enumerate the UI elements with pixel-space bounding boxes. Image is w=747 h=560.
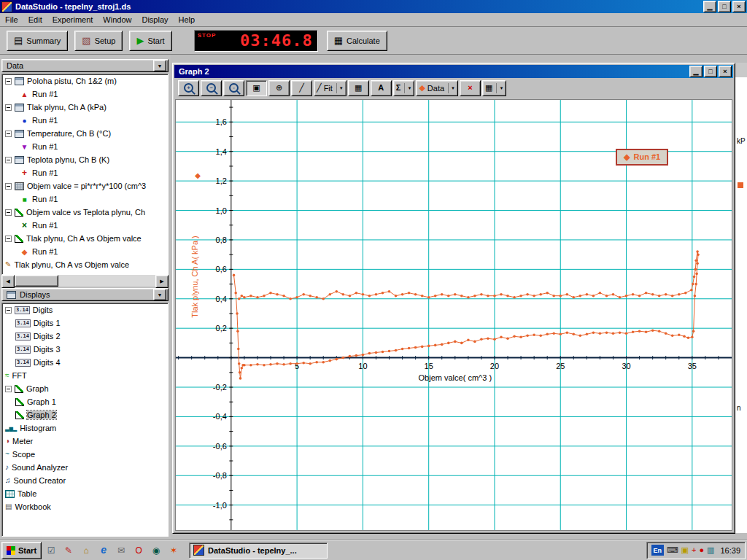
display-item-row[interactable]: 3.14Digits <box>2 303 168 316</box>
run-row[interactable]: ●Run #1 <box>2 114 168 127</box>
quick-launch-icon-4[interactable]: e <box>96 542 112 558</box>
close-button[interactable]: × <box>732 1 746 12</box>
run-row[interactable]: ▼Run #1 <box>2 140 168 153</box>
menu-help[interactable]: Help <box>174 13 201 26</box>
display-item-row[interactable]: 3.14Digits 4 <box>2 356 168 369</box>
expander-icon[interactable] <box>5 131 12 137</box>
tray-icon-2[interactable]: ▣ <box>681 546 689 554</box>
scale-to-fit-button[interactable]: ▣ <box>246 80 267 96</box>
tray-icon-4[interactable]: ● <box>699 546 704 554</box>
window-titlebar[interactable]: DataStudio - tepelny_stroj1.ds ▁ □ × <box>0 0 747 13</box>
quick-launch-icon-7[interactable]: ◉ <box>148 542 164 559</box>
expander-icon[interactable] <box>5 236 12 242</box>
display-item-row[interactable]: ♫Sound Creator <box>2 474 168 487</box>
display-item-row[interactable]: ◑Meter <box>2 435 168 448</box>
plot-area[interactable]: 1,61,41,21,00,80,60,40,2-0,2-0,4-0,6-0,8… <box>175 99 732 531</box>
menu-file[interactable]: File <box>0 13 23 26</box>
display-item-row[interactable]: Table <box>2 487 168 500</box>
data-panel-dropdown-button[interactable]: ▼ <box>153 60 166 71</box>
setup-button[interactable]: ▧ Setup <box>74 31 123 51</box>
expander-icon[interactable] <box>5 157 12 163</box>
calculator-button[interactable]: ▦ <box>348 80 369 96</box>
language-indicator[interactable]: En <box>651 545 664 556</box>
menu-display[interactable]: Display <box>136 13 173 26</box>
expander-icon[interactable] <box>5 209 12 216</box>
delete-button[interactable]: × <box>460 80 481 96</box>
run-row[interactable]: ▲Run #1 <box>2 88 168 101</box>
displays-panel-dropdown-button[interactable]: ▼ <box>153 289 166 300</box>
zoom-select-button[interactable]: ▫ <box>223 80 244 96</box>
data-item-row[interactable]: Tlak plynu, Ch A vs Objem valce <box>2 232 168 245</box>
background-text-fragment: n <box>737 404 741 412</box>
minimize-button[interactable]: ▁ <box>703 1 716 12</box>
horizontal-scrollbar[interactable]: ◀ ▶ <box>1 275 169 287</box>
zoom-out-button[interactable]: − <box>201 80 222 96</box>
graph-close-button[interactable]: × <box>719 66 732 77</box>
data-item-row[interactable]: Tlak plynu, Ch A (kPa) <box>2 101 168 114</box>
quick-launch-icon-8[interactable]: ✶ <box>166 542 182 559</box>
start-menu-button[interactable]: Start <box>1 542 42 559</box>
expander-icon[interactable] <box>5 386 12 392</box>
scroll-left-button[interactable]: ◀ <box>1 275 15 288</box>
expander-icon[interactable] <box>5 78 12 85</box>
task-button-datastudio[interactable]: DataStudio - tepelny_... <box>189 542 328 559</box>
summary-button[interactable]: ▤ Summary <box>7 31 68 51</box>
expander-icon[interactable] <box>5 183 12 190</box>
graph-maximize-button[interactable]: □ <box>704 66 717 77</box>
scroll-right-button[interactable]: ▶ <box>155 275 169 288</box>
display-item-row[interactable]: ♪Sound Analyzer <box>2 461 168 474</box>
data-item-row[interactable]: Objem valce = pi*r*r*y*100 (cm^3 <box>2 179 168 192</box>
data-item-row[interactable]: Temperature, Ch B (°C) <box>2 127 168 140</box>
y-axis-label: Tlak plynu, Ch A( kPa ) <box>190 236 199 318</box>
expander-icon[interactable] <box>5 307 12 314</box>
data-item-row[interactable]: ✎Tlak plynu, Ch A vs Objem valce <box>2 258 168 271</box>
slope-tool-button[interactable]: ╱ <box>291 80 312 96</box>
tray-icon-3[interactable]: + <box>692 546 696 554</box>
zoom-in-button[interactable]: + <box>178 80 199 96</box>
display-item-row[interactable]: 3.14Digits 3 <box>2 343 168 356</box>
quick-launch-icon-1[interactable]: ☑ <box>43 542 59 559</box>
display-item-row[interactable]: Graph 1 <box>2 395 168 408</box>
display-item-row[interactable]: Graph <box>2 382 168 395</box>
data-item-row[interactable]: Teplota plynu, Ch B (K) <box>2 153 168 166</box>
data-item-row[interactable]: Objem valce vs Teplota plynu, Ch <box>2 206 168 219</box>
chevron-down-icon: ▼ <box>496 83 503 93</box>
graph-window-titlebar[interactable]: Graph 2 ▁ □ × <box>174 65 733 78</box>
run-row[interactable]: +Run #1 <box>2 166 168 179</box>
calculate-button[interactable]: ▦ Calculate <box>327 31 387 51</box>
data-item-row[interactable]: Poloha pistu, Ch 1&2 (m) <box>2 74 168 88</box>
smart-tool-button[interactable]: ⊕ <box>268 80 290 96</box>
data-menu-button[interactable]: ◆Data▼ <box>416 80 458 96</box>
display-item-row[interactable]: 3.14Digits 2 <box>2 330 168 343</box>
legend[interactable]: ◆ Run #1 <box>616 149 668 166</box>
display-item-row[interactable]: Graph 2 <box>2 408 168 421</box>
quick-launch-icon-2[interactable]: ✎ <box>61 542 77 559</box>
fit-menu-button[interactable]: ╱Fit▼ <box>314 80 347 96</box>
quick-launch-icon-6[interactable]: O <box>131 542 147 559</box>
display-item-row[interactable]: ~Scope <box>2 448 168 461</box>
statistics-menu-button[interactable]: Σ▼ <box>393 80 415 96</box>
grid-settings-menu-button[interactable]: ▦▼ <box>482 80 506 96</box>
expander-icon[interactable] <box>5 104 12 111</box>
start-button[interactable]: ▶ Start <box>129 31 171 51</box>
menu-edit[interactable]: Edit <box>23 13 47 26</box>
tray-icon-5[interactable]: ▥ <box>707 546 714 554</box>
display-item-row[interactable]: 3.14Digits 1 <box>2 316 168 330</box>
display-item-row[interactable]: ≈FFT <box>2 369 168 382</box>
tray-icon-1[interactable]: ⌨ <box>667 546 678 554</box>
maximize-button[interactable]: □ <box>718 1 731 12</box>
display-item-row[interactable]: ▃▆▂Histogram <box>2 421 168 435</box>
text-annotation-button[interactable]: A <box>371 80 392 96</box>
quick-launch-icon-5[interactable]: ✉ <box>113 542 129 559</box>
quick-launch-icon-3[interactable]: ⌂ <box>78 542 94 559</box>
display-item-row[interactable]: ▤Workbook <box>2 500 168 513</box>
scroll-thumb[interactable] <box>15 275 58 287</box>
background-marker-icon <box>738 182 743 188</box>
graph-minimize-button[interactable]: ▁ <box>689 66 703 77</box>
menu-window[interactable]: Window <box>98 13 136 26</box>
run-row[interactable]: ◆Run #1 <box>2 245 168 258</box>
run1-points <box>233 250 700 379</box>
run-row[interactable]: ×Run #1 <box>2 219 168 232</box>
run-row[interactable]: ■Run #1 <box>2 192 168 206</box>
menu-experiment[interactable]: Experiment <box>47 13 98 26</box>
